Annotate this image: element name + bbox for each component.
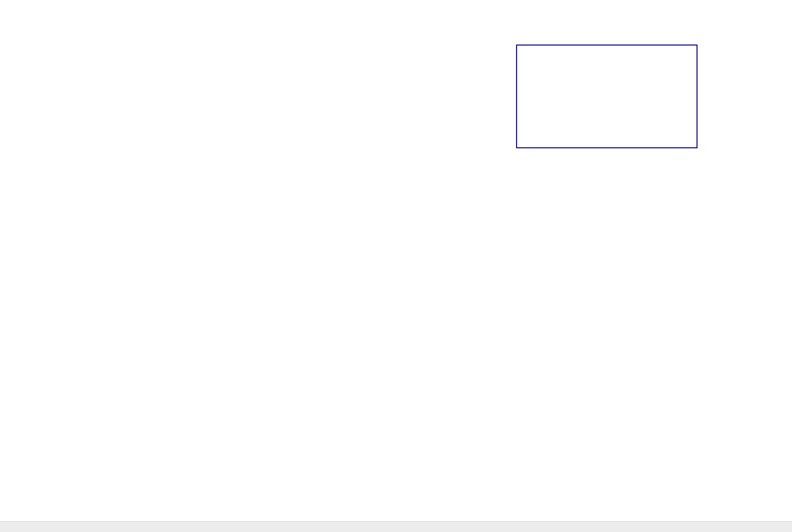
psd-plot-screen bbox=[0, 0, 792, 532]
legend bbox=[516, 44, 698, 148]
bottom-panel-strip bbox=[0, 521, 792, 532]
